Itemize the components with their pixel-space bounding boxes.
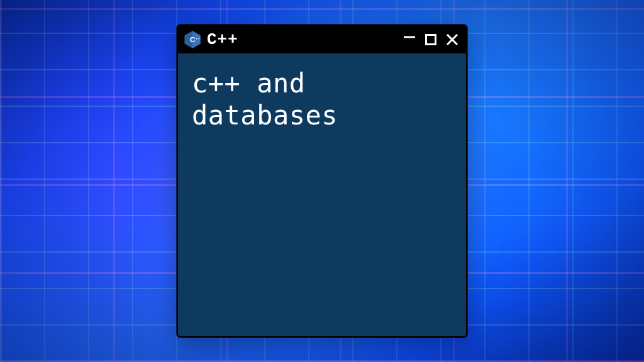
maximize-button[interactable]	[423, 32, 438, 47]
app-window: C + + C++ c++ and databases	[177, 25, 467, 337]
content-line-1: c++ and	[192, 67, 452, 99]
titlebar[interactable]: C + + C++	[178, 26, 466, 53]
content-line-2: databases	[192, 99, 452, 131]
close-button[interactable]	[445, 32, 460, 47]
cpp-hex-icon: C + +	[183, 30, 202, 49]
window-title: C++	[207, 30, 397, 49]
svg-text:+: +	[196, 37, 197, 40]
svg-text:C: C	[190, 36, 195, 43]
svg-rect-6	[426, 35, 436, 45]
window-controls	[402, 32, 460, 47]
svg-text:+: +	[198, 37, 200, 40]
window-content: c++ and databases	[178, 53, 466, 336]
minimize-button[interactable]	[402, 30, 417, 45]
